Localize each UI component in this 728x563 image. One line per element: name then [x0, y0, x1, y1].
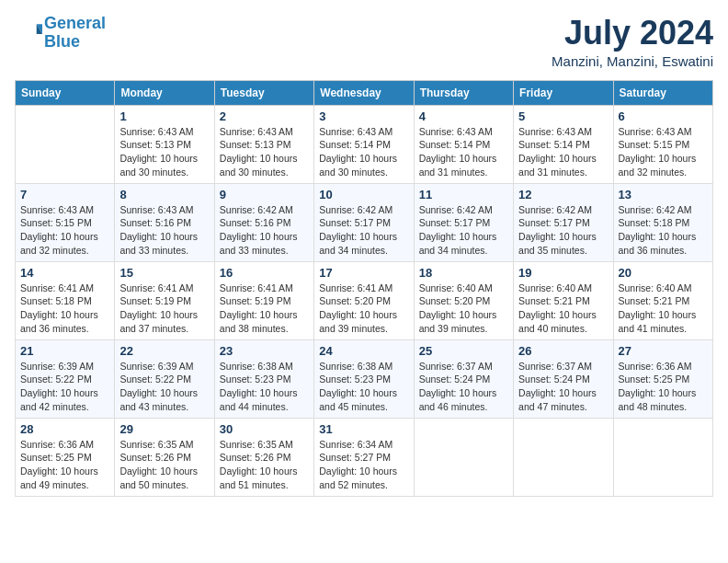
cell-day-number: 21	[20, 344, 109, 358]
cell-day-number: 15	[119, 266, 209, 280]
cell-day-number: 9	[220, 188, 309, 201]
cell-day-number: 24	[319, 344, 408, 358]
calendar-cell: 29Sunrise: 6:35 AMSunset: 5:26 PMDayligh…	[115, 418, 214, 496]
cell-day-number: 13	[619, 188, 708, 201]
cell-day-number: 31	[319, 422, 408, 436]
calendar-cell	[16, 105, 115, 183]
cell-info: Sunrise: 6:38 AMSunset: 5:23 PMDaylight:…	[319, 360, 408, 414]
cell-day-number: 11	[419, 188, 508, 201]
cell-day-number: 27	[619, 344, 708, 358]
cell-day-number: 29	[119, 422, 209, 436]
week-row-5: 28Sunrise: 6:36 AMSunset: 5:25 PMDayligh…	[16, 418, 713, 496]
calendar-cell: 21Sunrise: 6:39 AMSunset: 5:22 PMDayligh…	[16, 339, 115, 418]
calendar-cell: 19Sunrise: 6:40 AMSunset: 5:21 PMDayligh…	[514, 261, 613, 339]
calendar-cell: 5Sunrise: 6:43 AMSunset: 5:14 PMDaylight…	[514, 105, 613, 183]
calendar-header-row: SundayMondayTuesdayWednesdayThursdayFrid…	[16, 80, 713, 105]
logo-line1: General	[44, 14, 106, 32]
calendar-cell: 14Sunrise: 6:41 AMSunset: 5:18 PMDayligh…	[16, 261, 115, 339]
calendar-cell: 26Sunrise: 6:37 AMSunset: 5:24 PMDayligh…	[514, 339, 613, 418]
cell-info: Sunrise: 6:40 AMSunset: 5:21 PMDaylight:…	[518, 282, 608, 336]
cell-info: Sunrise: 6:36 AMSunset: 5:25 PMDaylight:…	[20, 438, 109, 492]
calendar-cell: 27Sunrise: 6:36 AMSunset: 5:25 PMDayligh…	[613, 339, 712, 418]
calendar-cell: 4Sunrise: 6:43 AMSunset: 5:14 PMDaylight…	[414, 105, 513, 183]
cell-info: Sunrise: 6:35 AMSunset: 5:26 PMDaylight:…	[220, 438, 309, 492]
cell-info: Sunrise: 6:41 AMSunset: 5:19 PMDaylight:…	[119, 282, 209, 336]
calendar-cell: 7Sunrise: 6:43 AMSunset: 5:15 PMDaylight…	[16, 183, 115, 261]
page-header: General Blue July 2024 Manzini, Manzini,…	[15, 15, 713, 69]
calendar-cell: 6Sunrise: 6:43 AMSunset: 5:15 PMDaylight…	[613, 105, 712, 183]
cell-info: Sunrise: 6:42 AMSunset: 5:16 PMDaylight:…	[220, 203, 309, 258]
calendar-cell: 8Sunrise: 6:43 AMSunset: 5:16 PMDaylight…	[115, 183, 214, 261]
calendar-cell	[414, 418, 513, 496]
cell-info: Sunrise: 6:37 AMSunset: 5:24 PMDaylight:…	[518, 360, 608, 414]
cell-info: Sunrise: 6:43 AMSunset: 5:15 PMDaylight:…	[619, 125, 708, 179]
col-header-saturday: Saturday	[613, 80, 712, 105]
calendar-cell: 17Sunrise: 6:41 AMSunset: 5:20 PMDayligh…	[314, 261, 414, 339]
cell-info: Sunrise: 6:37 AMSunset: 5:24 PMDaylight:…	[419, 360, 508, 414]
cell-day-number: 16	[220, 266, 309, 280]
cell-day-number: 23	[220, 344, 309, 358]
cell-info: Sunrise: 6:41 AMSunset: 5:18 PMDaylight:…	[20, 282, 109, 336]
calendar-cell: 1Sunrise: 6:43 AMSunset: 5:13 PMDaylight…	[115, 105, 214, 183]
calendar-cell: 18Sunrise: 6:40 AMSunset: 5:20 PMDayligh…	[414, 261, 513, 339]
cell-info: Sunrise: 6:40 AMSunset: 5:20 PMDaylight:…	[419, 282, 508, 336]
calendar-cell: 10Sunrise: 6:42 AMSunset: 5:17 PMDayligh…	[314, 183, 414, 261]
logo-icon	[17, 18, 42, 44]
cell-info: Sunrise: 6:43 AMSunset: 5:16 PMDaylight:…	[119, 203, 209, 258]
cell-day-number: 5	[518, 109, 608, 123]
cell-info: Sunrise: 6:40 AMSunset: 5:21 PMDaylight:…	[619, 282, 708, 336]
calendar-cell: 9Sunrise: 6:42 AMSunset: 5:16 PMDaylight…	[214, 183, 313, 261]
logo: General Blue	[15, 15, 106, 52]
calendar-cell: 24Sunrise: 6:38 AMSunset: 5:23 PMDayligh…	[314, 339, 414, 418]
cell-info: Sunrise: 6:43 AMSunset: 5:13 PMDaylight:…	[119, 125, 209, 179]
cell-info: Sunrise: 6:43 AMSunset: 5:14 PMDaylight:…	[419, 125, 508, 179]
calendar-cell: 31Sunrise: 6:34 AMSunset: 5:27 PMDayligh…	[314, 418, 414, 496]
cell-day-number: 12	[518, 188, 608, 201]
cell-day-number: 7	[20, 188, 109, 201]
calendar-cell: 12Sunrise: 6:42 AMSunset: 5:17 PMDayligh…	[514, 183, 613, 261]
cell-day-number: 4	[419, 109, 508, 123]
cell-day-number: 10	[319, 188, 408, 201]
cell-day-number: 20	[619, 266, 708, 280]
calendar-cell: 2Sunrise: 6:43 AMSunset: 5:13 PMDaylight…	[214, 105, 313, 183]
calendar-cell: 20Sunrise: 6:40 AMSunset: 5:21 PMDayligh…	[613, 261, 712, 339]
cell-day-number: 6	[619, 109, 708, 123]
cell-info: Sunrise: 6:39 AMSunset: 5:22 PMDaylight:…	[119, 360, 209, 414]
col-header-tuesday: Tuesday	[214, 80, 313, 105]
cell-day-number: 19	[518, 266, 608, 280]
calendar-cell: 13Sunrise: 6:42 AMSunset: 5:18 PMDayligh…	[613, 183, 712, 261]
cell-info: Sunrise: 6:43 AMSunset: 5:14 PMDaylight:…	[518, 125, 608, 179]
cell-info: Sunrise: 6:38 AMSunset: 5:23 PMDaylight:…	[220, 360, 309, 414]
cell-info: Sunrise: 6:35 AMSunset: 5:26 PMDaylight:…	[119, 438, 209, 492]
calendar-cell: 28Sunrise: 6:36 AMSunset: 5:25 PMDayligh…	[16, 418, 115, 496]
calendar-cell: 3Sunrise: 6:43 AMSunset: 5:14 PMDaylight…	[314, 105, 414, 183]
col-header-thursday: Thursday	[414, 80, 513, 105]
cell-day-number: 1	[119, 109, 209, 123]
week-row-4: 21Sunrise: 6:39 AMSunset: 5:22 PMDayligh…	[16, 339, 713, 418]
cell-info: Sunrise: 6:41 AMSunset: 5:19 PMDaylight:…	[220, 282, 309, 336]
cell-day-number: 18	[419, 266, 508, 280]
cell-day-number: 17	[319, 266, 408, 280]
calendar-table: SundayMondayTuesdayWednesdayThursdayFrid…	[15, 80, 713, 497]
cell-day-number: 30	[220, 422, 309, 436]
col-header-sunday: Sunday	[16, 80, 115, 105]
col-header-wednesday: Wednesday	[314, 80, 414, 105]
week-row-2: 7Sunrise: 6:43 AMSunset: 5:15 PMDaylight…	[16, 183, 713, 261]
week-row-1: 1Sunrise: 6:43 AMSunset: 5:13 PMDaylight…	[16, 105, 713, 183]
calendar-cell: 22Sunrise: 6:39 AMSunset: 5:22 PMDayligh…	[115, 339, 214, 418]
location: Manzini, Manzini, Eswatini	[552, 53, 713, 69]
col-header-friday: Friday	[514, 80, 613, 105]
cell-day-number: 22	[119, 344, 209, 358]
logo-line2: Blue	[44, 32, 80, 51]
calendar-cell: 25Sunrise: 6:37 AMSunset: 5:24 PMDayligh…	[414, 339, 513, 418]
cell-info: Sunrise: 6:39 AMSunset: 5:22 PMDaylight:…	[20, 360, 109, 414]
logo-text: General Blue	[44, 15, 106, 52]
cell-info: Sunrise: 6:42 AMSunset: 5:17 PMDaylight:…	[518, 203, 608, 258]
col-header-monday: Monday	[115, 80, 214, 105]
cell-info: Sunrise: 6:43 AMSunset: 5:15 PMDaylight:…	[20, 203, 109, 258]
cell-info: Sunrise: 6:41 AMSunset: 5:20 PMDaylight:…	[319, 282, 408, 336]
cell-day-number: 2	[220, 109, 309, 123]
cell-info: Sunrise: 6:43 AMSunset: 5:14 PMDaylight:…	[319, 125, 408, 179]
title-block: July 2024 Manzini, Manzini, Eswatini	[552, 15, 713, 69]
cell-info: Sunrise: 6:43 AMSunset: 5:13 PMDaylight:…	[220, 125, 309, 179]
